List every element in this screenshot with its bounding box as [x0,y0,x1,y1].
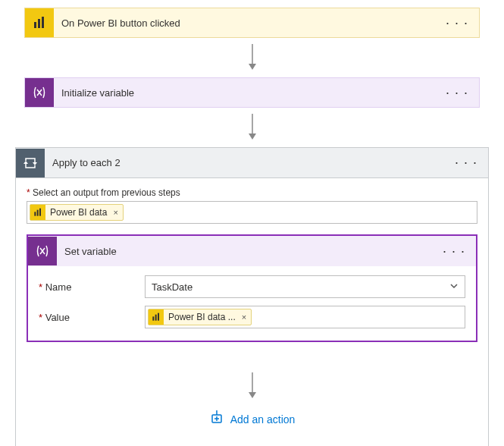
token-remove-button[interactable]: × [113,208,117,217]
connector-arrow [27,350,477,410]
required-asterisk: * [27,187,30,198]
svg-rect-13 [155,315,157,321]
variable-icon [28,237,57,265]
loop-icon [16,149,45,177]
power-bi-icon [149,309,164,325]
svg-rect-0 [34,22,36,28]
svg-rect-14 [158,313,159,321]
svg-marker-8 [23,161,28,164]
trigger-card[interactable]: On Power BI button clicked · · · [24,8,480,38]
variable-icon [25,78,54,107]
apply-to-each-body: * Select an output from previous steps P… [16,178,488,446]
init-var-title: Initialize variable [54,87,435,99]
name-select-value: TaskDate [152,281,193,293]
dynamic-token[interactable]: Power BI data ... × [148,309,252,325]
required-asterisk: * [39,312,42,323]
set-variable-menu-button[interactable]: · · · [432,243,476,259]
add-action-label: Add an action [230,413,296,426]
trigger-menu-button[interactable]: · · · [435,15,479,31]
apply-to-each-menu-button[interactable]: · · · [444,155,488,171]
svg-marker-7 [33,162,37,165]
svg-rect-9 [34,212,36,215]
svg-rect-2 [42,17,44,28]
name-select[interactable]: TaskDate [145,275,465,298]
svg-marker-6 [249,133,256,140]
dynamic-token[interactable]: Power BI data × [30,204,124,221]
chevron-down-icon [449,281,459,293]
trigger-title: On Power BI button clicked [54,17,435,29]
apply-to-each-title: Apply to each 2 [45,157,444,168]
set-variable-card: Set variable · · · * Name TaskDate [27,234,477,342]
token-remove-button[interactable]: × [242,313,246,322]
initialize-variable-card[interactable]: Initialize variable · · · [24,77,480,108]
set-variable-body: * Name TaskDate [28,266,476,341]
flow-canvas: On Power BI button clicked · · · Initial… [0,8,504,446]
apply-to-each-header[interactable]: Apply to each 2 · · · [16,148,488,178]
svg-rect-12 [152,316,154,320]
svg-rect-10 [37,210,39,216]
value-input[interactable]: Power BI data ... × [145,306,465,328]
power-bi-icon [25,8,54,37]
value-field-label: * Value [39,312,145,323]
connector-arrow [0,108,504,147]
power-bi-icon [30,205,45,220]
token-label: Power BI data [50,207,107,218]
init-var-menu-button[interactable]: · · · [435,85,479,101]
set-variable-header[interactable]: Set variable · · · [28,236,476,266]
required-asterisk: * [39,281,42,293]
select-output-label: * Select an output from previous steps [27,187,477,198]
apply-to-each-container: Apply to each 2 · · · * Select an output… [15,147,489,446]
set-variable-title: Set variable [57,246,432,257]
svg-marker-4 [249,64,256,70]
token-label: Power BI data ... [168,312,236,322]
svg-marker-16 [249,392,256,398]
name-field-label: * Name [39,281,145,293]
svg-rect-11 [39,209,41,216]
add-step-icon [209,410,224,428]
select-output-input[interactable]: Power BI data × [27,201,477,224]
add-action-button[interactable]: Add an action [27,410,477,443]
svg-rect-1 [38,19,40,28]
connector-arrow [0,38,504,77]
